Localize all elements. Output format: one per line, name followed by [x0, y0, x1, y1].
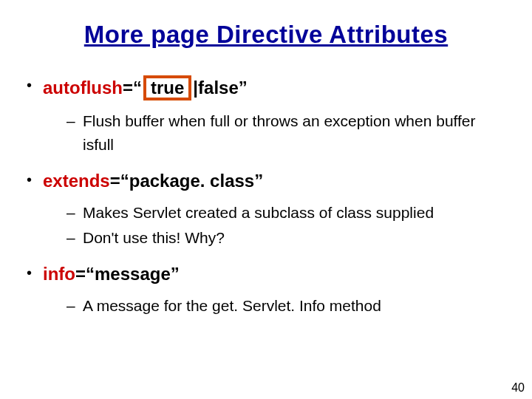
extends-sublist: Makes Servlet created a subclass of clas…	[66, 201, 510, 250]
autoflush-eq: =“	[123, 78, 142, 98]
autoflush-sublist: Flush buffer when full or throws an exce…	[66, 109, 510, 157]
info-rest: =“message”	[75, 264, 180, 284]
info-sub-1: A message for the get. Servlet. Info met…	[66, 294, 510, 318]
attr-autoflush: autoflush	[43, 78, 123, 98]
bullet-list: autoflush=“true|false” Flush buffer when…	[22, 75, 510, 318]
bullet-info-line: info=“message”	[43, 263, 510, 285]
page-number: 40	[511, 381, 525, 395]
slide-title: More page Directive Attributes	[22, 21, 510, 49]
info-sublist: A message for the get. Servlet. Info met…	[66, 294, 510, 318]
extends-sub-1: Makes Servlet created a subclass of clas…	[66, 201, 510, 225]
bullet-extends-line: extends=“package. class”	[43, 170, 510, 192]
extends-rest: =“package. class”	[110, 171, 263, 191]
autoflush-true-box: true	[143, 75, 191, 100]
autoflush-sub-1: Flush buffer when full or throws an exce…	[66, 109, 510, 157]
autoflush-rest: |false”	[193, 78, 247, 98]
bullet-autoflush: autoflush=“true|false” Flush buffer when…	[22, 75, 510, 157]
attr-extends: extends	[43, 171, 110, 191]
bullet-info: info=“message” A message for the get. Se…	[22, 263, 510, 318]
attr-info: info	[43, 264, 75, 284]
slide: More page Directive Attributes autoflush…	[0, 0, 532, 399]
bullet-autoflush-line: autoflush=“true|false”	[43, 75, 510, 100]
extends-sub-2: Don't use this! Why?	[66, 226, 510, 250]
bullet-extends: extends=“package. class” Makes Servlet c…	[22, 170, 510, 250]
